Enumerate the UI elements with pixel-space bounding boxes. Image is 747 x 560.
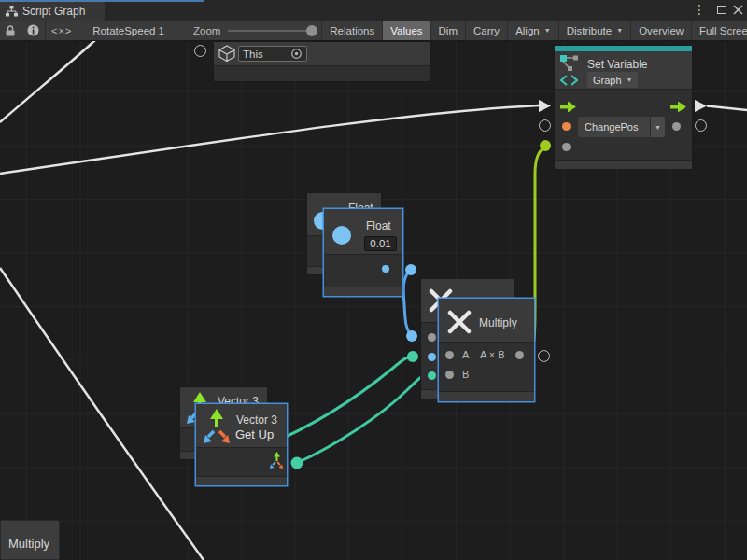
cube-icon [218, 45, 236, 63]
node-title: Set Variable [587, 58, 647, 71]
port-a-connected[interactable] [428, 353, 436, 361]
set-variable-icon [559, 54, 580, 87]
code-view-button[interactable]: <×> [46, 21, 78, 40]
vector3-get-up-node[interactable]: Vector 3 Get Up [196, 404, 287, 485]
lock-button[interactable] [0, 21, 21, 40]
float-icon [332, 226, 351, 245]
multiply-node-corner[interactable]: Multiply [0, 520, 60, 560]
graph-hierarchy-icon [6, 6, 18, 17]
port-result-out[interactable] [515, 351, 524, 359]
toggle-relations[interactable]: Relations [322, 21, 382, 40]
port-in[interactable] [428, 333, 436, 342]
menu-kebab-icon[interactable]: ⋮ [693, 3, 706, 16]
port-float-out[interactable] [382, 265, 389, 273]
port-a[interactable] [445, 351, 454, 359]
script-graph-window: { "tab": { "title": "Script Graph" }, "t… [0, 0, 747, 560]
float-value-field[interactable]: 0.01 [364, 236, 397, 251]
close-icon[interactable] [733, 5, 743, 15]
gameobject-field[interactable]: This [238, 46, 307, 62]
chevron-down-icon: ▼ [544, 27, 551, 34]
variable-name-dropdown[interactable]: ChangePos ▼ [578, 117, 665, 137]
tab-script-graph[interactable]: Script Graph [0, 2, 105, 21]
variable-kind-dropdown[interactable]: Graph▼ [587, 72, 638, 88]
set-variable-node[interactable]: Set Variable Graph▼ ChangePos ▼ [554, 45, 693, 170]
multiply-icon [447, 310, 472, 334]
toggle-carry[interactable]: Carry [466, 21, 507, 40]
this-node[interactable]: This [213, 41, 431, 82]
port-hollow-setvariable-right[interactable] [695, 119, 707, 132]
port-value-in[interactable] [562, 143, 571, 151]
menu-distribute[interactable]: Distribute▼ [559, 21, 631, 40]
graph-context-group: RotateSpeed 1 Zoom 1x [78, 21, 321, 40]
vector3-icon [199, 408, 233, 445]
multiply-node[interactable]: Multiply A A × B B [439, 299, 534, 401]
tab-title: Script Graph [22, 5, 85, 18]
vector3-mini-icon [268, 452, 284, 469]
info-icon [27, 24, 39, 36]
port-b-connected[interactable] [428, 371, 436, 380]
port-b[interactable] [445, 371, 454, 379]
zoom-slider[interactable] [228, 30, 314, 32]
chevron-down-icon: ▼ [627, 77, 633, 83]
maximize-icon[interactable] [717, 6, 726, 14]
float-node[interactable]: Float 0.01 [324, 209, 402, 296]
flow-input-port[interactable] [560, 101, 576, 113]
zoom-label: Zoom [193, 25, 220, 36]
port-variable-out[interactable] [672, 122, 681, 131]
port-hollow-setvariable-left[interactable] [539, 119, 551, 132]
chevron-down-icon: ▼ [616, 27, 623, 34]
info-button[interactable] [21, 21, 45, 40]
toggle-dim[interactable]: Dim [431, 21, 465, 40]
menu-align[interactable]: Align▼ [508, 21, 558, 40]
flow-output-port[interactable] [670, 101, 686, 113]
port-variable-name[interactable] [562, 122, 571, 131]
zoom-control: Zoom 1x [193, 25, 333, 36]
port-hollow-multiply-right[interactable] [538, 350, 550, 362]
lock-icon [6, 25, 15, 36]
port-hollow-this-left[interactable] [194, 45, 206, 57]
button-overview[interactable]: Overview [631, 21, 691, 40]
object-picker-icon[interactable] [290, 48, 303, 60]
button-full-screen[interactable]: Full Screen [692, 21, 747, 40]
chevron-down-icon[interactable]: ▼ [650, 117, 665, 137]
graph-name-label[interactable]: RotateSpeed 1 [92, 25, 164, 36]
title-bar: Script Graph ⋮ [0, 0, 747, 21]
gameobject-field-value: This [243, 49, 263, 60]
toggle-values[interactable]: Values [383, 21, 430, 40]
zoom-slider-handle[interactable] [306, 25, 317, 36]
graph-toolbar: <×> RotateSpeed 1 Zoom 1x Relations Valu… [0, 21, 747, 41]
